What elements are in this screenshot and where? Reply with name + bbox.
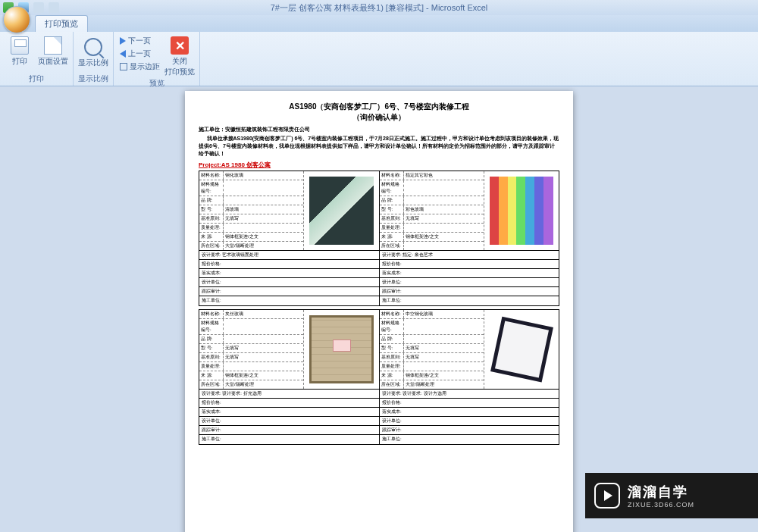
arrow-right-icon	[120, 37, 126, 45]
tab-strip: 打印预览	[0, 15, 758, 32]
material-image	[484, 310, 559, 389]
confirm-rows: 设计要求: 设计要求: 折光选用设计要求: 设计要求: 设计方选用报价价格:报价…	[199, 390, 559, 445]
confirm-rows: 设计要求: 艺术玻璃镜面处理设计要求: 指定: 象色艺术报价价格:报价价格:落实…	[199, 251, 559, 306]
group-preview-label: 预览	[118, 77, 195, 90]
group-zoom: 显示比例 显示比例	[74, 32, 114, 86]
watermark-main: 溜溜自学	[628, 483, 694, 501]
material-block: 材料名称:钢化玻璃材料规格编号:品 牌:型 号:清玻璃基准原则:无填写质量处理:…	[199, 171, 559, 251]
spec-table: 材料名称:钢化玻璃材料规格编号:品 牌:型 号:清玻璃基准原则:无填写质量处理:…	[199, 171, 303, 250]
watermark: 溜溜自学 ZIXUE.3D66.COM	[585, 473, 758, 518]
material-image	[484, 171, 559, 250]
doc-subtitle: （询价确认单）	[199, 112, 559, 123]
spec-table: 材料名称:夹丝玻璃材料规格编号:品 牌:型 号:无填写基准原则:无填写质量处理:…	[199, 310, 303, 389]
group-preview: 下一页 上一页 显示边距 ✕ 关闭 打印预览 预览	[114, 32, 200, 86]
spec-table: 材料名称:指定其它彩色材料规格编号:品 牌:型 号:彩色玻璃基准原则:无填写质量…	[380, 171, 484, 250]
group-print-label: 打印	[5, 73, 68, 86]
contractor-line: 施工单位：安徽恒拓建筑装饰工程有限责任公司	[199, 126, 559, 133]
next-page-button[interactable]: 下一页	[118, 35, 161, 47]
group-print: 打印 页面设置 打印	[0, 32, 74, 86]
office-button[interactable]	[3, 6, 30, 33]
material-block: 材料名称:夹丝玻璃材料规格编号:品 牌:型 号:无填写基准原则:无填写质量处理:…	[199, 309, 559, 390]
magnifier-icon	[84, 38, 102, 56]
zoom-button[interactable]: 显示比例	[78, 33, 108, 68]
intro-text: 我单位承接AS1980(安商创客梦工厂) 6号、7号楼室内装修工程项目，于7月2…	[199, 135, 559, 158]
material-image	[303, 310, 379, 389]
print-button[interactable]: 打印	[5, 33, 35, 67]
page-setup-icon	[44, 36, 62, 55]
close-preview-button[interactable]: ✕ 关闭 打印预览	[164, 33, 195, 77]
close-icon: ✕	[171, 36, 189, 55]
preview-workspace[interactable]: AS1980（安商创客梦工厂）6号、7号楼室内装修工程 （询价确认单） 施工单位…	[0, 86, 758, 532]
printer-icon	[11, 36, 29, 55]
doc-title: AS1980（安商创客梦工厂）6号、7号楼室内装修工程	[199, 102, 559, 112]
prev-page-button[interactable]: 上一页	[118, 48, 161, 60]
window-title: 7#一层 创客公寓 材料表最终1) [兼容模式] - Microsoft Exc…	[271, 2, 488, 14]
spec-table: 材料名称:中空钢化玻璃材料规格编号:品 牌:型 号:无填写基准原则:无填写质量处…	[380, 310, 484, 389]
redo-icon[interactable]	[49, 2, 59, 13]
ribbon: 打印 页面设置 打印 显示比例 显示比例 下一页 上一页 显示边距 ✕	[0, 32, 758, 86]
undo-icon[interactable]	[33, 2, 44, 13]
project-label: Project:AS 1980 创客公寓	[199, 161, 559, 169]
play-icon	[594, 483, 620, 509]
title-bar: 7#一层 创客公寓 材料表最终1) [兼容模式] - Microsoft Exc…	[0, 0, 758, 15]
page-preview: AS1980（安商创客梦工厂）6号、7号楼室内装修工程 （询价确认单） 施工单位…	[185, 91, 573, 532]
show-margins-checkbox[interactable]: 显示边距	[118, 61, 161, 73]
watermark-sub: ZIXUE.3D66.COM	[628, 501, 694, 509]
group-zoom-label: 显示比例	[78, 73, 108, 86]
material-image	[303, 171, 379, 250]
arrow-left-icon	[120, 50, 126, 58]
tab-print-preview[interactable]: 打印预览	[35, 15, 88, 32]
checkbox-icon	[120, 63, 127, 70]
page-setup-button[interactable]: 页面设置	[38, 33, 68, 67]
